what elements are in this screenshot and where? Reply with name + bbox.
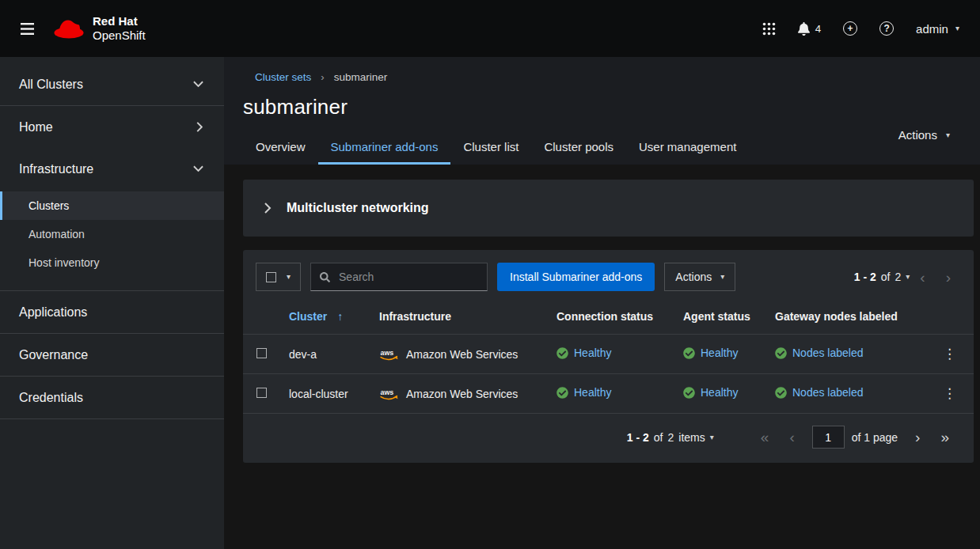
pagination-of-label: of [654,431,663,444]
clusters-table: Cluster ↑ Infrastructure Connection stat… [243,304,974,414]
row-checkbox[interactable] [256,348,267,358]
sidebar-item-governance[interactable]: Governance [0,334,224,376]
first-page-button[interactable]: « [750,430,780,445]
sidebar-item-label: Infrastructure [19,162,93,176]
sidebar-item-label: Clusters [28,199,69,212]
redhat-hat-icon [53,17,85,40]
pagination-menu-toggle[interactable]: 1 - 2 of 2 ▾ [854,271,910,283]
agent-status-link[interactable]: Healthy [683,386,738,399]
last-page-button[interactable]: » [930,430,959,445]
tab-submariner-add-ons[interactable]: Submariner add-ons [318,132,451,165]
sort-ascending-icon: ↑ [337,310,343,323]
page-count-label: of 1 page [852,431,898,444]
checkbox-column-header [243,304,279,335]
sidebar-divider [0,418,224,419]
add-button[interactable]: + [843,21,857,36]
select-all-checkbox[interactable] [266,272,276,282]
page-actions-dropdown[interactable]: Actions ▾ [898,128,950,142]
notifications-button[interactable]: 4 [798,22,821,36]
pagination-range: 1 - 2 [854,271,876,283]
column-header-connection-status[interactable]: Connection status [547,304,674,335]
nav-toggle-button[interactable] [21,23,34,35]
sidebar-item-automation[interactable]: Automation [0,220,224,248]
agent-status-link[interactable]: Healthy [683,346,738,359]
aws-logo-text: aws [381,348,394,356]
brand-line2: OpenShift [93,28,146,43]
sidebar-item-label: Credentials [19,391,83,405]
sidebar-item-credentials[interactable]: Credentials [0,377,224,418]
next-page-button[interactable]: › [905,430,930,445]
column-header-infrastructure[interactable]: Infrastructure [370,304,547,335]
app-launcher-button[interactable] [762,22,776,36]
infrastructure-cell: aws Amazon Web Services [379,387,537,401]
gateway-nodes-link[interactable]: Nodes labeled [775,346,864,359]
column-header-agent-status[interactable]: Agent status [674,304,765,335]
angle-right-icon: › [915,429,920,445]
current-page-input[interactable] [812,426,845,449]
items-per-page-toggle[interactable]: 1 - 2 of 2 items ▾ [627,431,714,444]
sidebar-item-label: Home [19,120,53,134]
sidebar-item-home[interactable]: Home [0,106,224,148]
tab-cluster-list[interactable]: Cluster list [450,132,531,165]
table-actions-dropdown[interactable]: Actions ▾ [664,263,735,291]
prev-page-button[interactable]: ‹ [779,430,804,445]
check-circle-icon [775,387,787,399]
next-page-button[interactable]: › [936,270,961,285]
sidebar-item-clusters[interactable]: Clusters [0,191,224,220]
page-header: Cluster sets › submariner submariner Act… [224,57,980,165]
check-circle-icon [556,387,568,399]
expand-toggle-button[interactable] [264,203,272,214]
row-checkbox[interactable] [256,388,267,398]
angle-double-right-icon: » [940,429,949,445]
question-glyph: ? [883,24,889,33]
row-kebab-menu-button[interactable]: ⋮ [935,385,964,402]
gateway-nodes-link[interactable]: Nodes labeled [775,386,864,399]
breadcrumb-link-cluster-sets[interactable]: Cluster sets [255,71,311,83]
page-title: submariner [243,95,961,119]
masthead: Red Hat OpenShift 4 + ? [0,0,980,57]
column-header-cluster[interactable]: Cluster ↑ [279,304,370,335]
connection-status-link[interactable]: Healthy [556,346,611,359]
pagination-top: 1 - 2 of 2 ▾ ‹ › [854,270,961,285]
tab-user-management[interactable]: User management [626,132,749,165]
help-button[interactable]: ? [879,21,894,36]
caret-down-icon: ▾ [287,273,291,281]
page-navigation: « ‹ of 1 page › » [750,426,959,449]
chevron-down-icon [193,81,203,88]
sidebar-item-label: Governance [19,348,88,362]
aws-icon: aws [379,387,399,401]
cluster-perspective-switcher[interactable]: All Clusters [0,63,224,105]
kebab-icon: ⋮ [943,346,956,362]
aws-logo-text: aws [381,388,394,396]
user-menu[interactable]: admin ▾ [916,22,959,36]
sidebar-item-label: Automation [28,228,85,240]
cluster-name: dev-a [279,335,370,374]
angle-right-icon: › [946,269,951,286]
search-input[interactable] [337,270,478,284]
perspective-label: All Clusters [19,78,83,92]
sidebar-item-infrastructure[interactable]: Infrastructure [0,148,224,190]
install-submariner-addons-button[interactable]: Install Submariner add-ons [497,263,655,291]
bell-icon [798,22,810,36]
tab-overview[interactable]: Overview [243,132,318,165]
column-header-gateway-nodes-labeled[interactable]: Gateway nodes labeled [765,304,925,335]
table-toolbar: ▾ Install Submariner add-ons Actions ▾ [243,250,974,304]
aws-icon: aws [379,347,399,362]
infrastructure-subnav: Clusters Automation Host inventory [0,190,224,290]
breadcrumb-separator-icon: › [321,71,324,83]
bulk-select-dropdown[interactable]: ▾ [256,263,301,291]
infrastructure-label: Amazon Web Services [406,348,518,361]
pagination-bottom: 1 - 2 of 2 items ▾ « ‹ of [243,414,974,463]
sidebar-item-applications[interactable]: Applications [0,291,224,333]
connection-status-link[interactable]: Healthy [556,386,611,399]
actions-label: Actions [898,128,937,142]
row-kebab-menu-button[interactable]: ⋮ [935,346,964,362]
sidebar-item-host-inventory[interactable]: Host inventory [0,248,224,277]
app-launcher-grid-icon [762,22,776,36]
chevron-right-icon [264,203,272,214]
caret-down-icon: ▾ [946,131,950,139]
cluster-name: local-cluster [279,374,370,414]
prev-page-button[interactable]: ‹ [910,270,935,285]
tab-cluster-pools[interactable]: Cluster pools [531,132,626,165]
brand-logo: Red Hat OpenShift [53,14,146,42]
